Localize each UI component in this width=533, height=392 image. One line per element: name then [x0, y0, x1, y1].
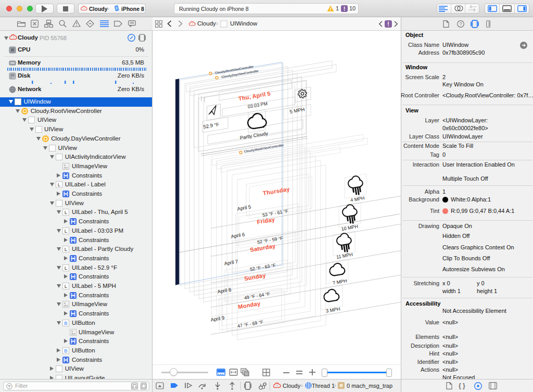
svg-text:47 °F - 69 °F: 47 °F - 69 °F	[237, 319, 264, 328]
svg-text:?: ?	[459, 21, 462, 27]
svg-text:52.9 °F: 52.9 °F	[203, 121, 220, 130]
svg-text:53 °F - 61 °F: 53 °F - 61 °F	[262, 208, 289, 218]
svg-text:4 MPH: 4 MPH	[350, 195, 365, 203]
svg-text:L: L	[65, 283, 67, 289]
svg-text:April 7: April 7	[224, 258, 238, 266]
svg-text:Friday: Friday	[257, 216, 276, 225]
svg-text:L: L	[65, 228, 67, 234]
svg-text:49 °F - 64 °F: 49 °F - 64 °F	[244, 291, 271, 300]
svg-text:B: B	[65, 348, 68, 353]
svg-text:Monday: Monday	[237, 300, 261, 310]
svg-text:Thu, April 5: Thu, April 5	[238, 90, 271, 102]
svg-text:10 MPH: 10 MPH	[341, 224, 359, 232]
svg-text:Saturday: Saturday	[249, 243, 276, 253]
svg-text:April 9: April 9	[210, 314, 225, 322]
svg-text:B: B	[65, 320, 68, 326]
svg-text:L: L	[65, 246, 67, 252]
svg-text:L: L	[58, 182, 60, 187]
svg-text:L: L	[65, 265, 67, 271]
svg-text:April 8: April 8	[217, 286, 232, 294]
svg-text:L: L	[65, 209, 67, 215]
svg-text:Thursday: Thursday	[262, 186, 290, 197]
svg-text:11 MPH: 11 MPH	[336, 252, 353, 260]
svg-text:Partly Cloudy: Partly Cloudy	[239, 131, 269, 141]
svg-text:03:03 PM: 03:03 PM	[247, 101, 268, 109]
svg-text:April 6: April 6	[231, 231, 245, 239]
